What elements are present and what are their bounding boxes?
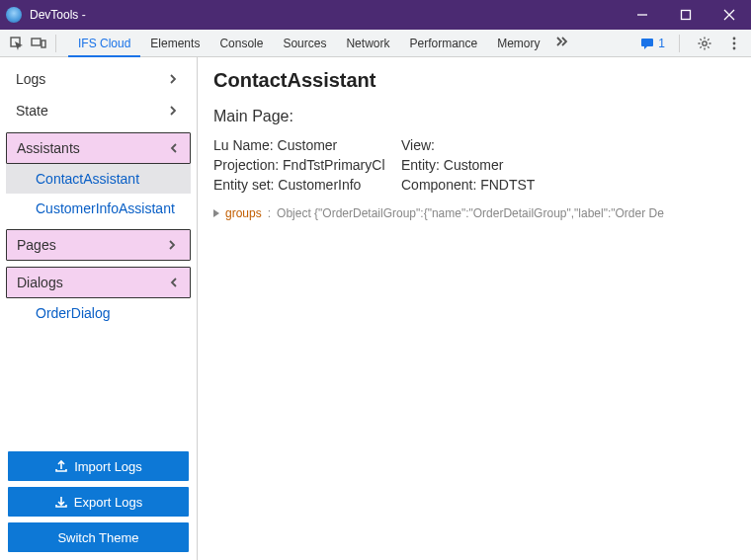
section-label: Assistants [17,140,80,156]
kv-component: Component: FNDTST [401,177,599,193]
section-logs[interactable]: Logs [6,63,191,95]
svg-rect-7 [641,39,653,46]
expand-key: groups [225,206,262,220]
svg-rect-1 [682,11,691,20]
devtools-tabs: IFS Cloud Elements Console Sources Netwo… [68,30,572,57]
window-maximize[interactable] [664,0,708,30]
sidebar-item-customerinfoassistant[interactable]: CustomerInfoAssistant [6,194,191,223]
expand-value: Object {"OrderDetailGroup":{"name":"Orde… [277,206,735,220]
kv-lu-name: Lu Name: Customer [213,137,401,153]
button-label: Import Logs [74,459,142,474]
section-dialogs[interactable]: Dialogs [6,267,191,298]
kebab-menu-icon[interactable] [723,33,745,54]
tab-network[interactable]: Network [336,30,399,57]
separator [55,35,56,52]
section-state[interactable]: State [6,95,191,126]
messages-indicator[interactable]: 1 [640,37,665,50]
sidebar: Logs State Assistants ContactAssistant C… [0,57,198,560]
svg-point-8 [703,40,707,44]
sidebar-item-contactassistant[interactable]: ContactAssistant [6,164,191,194]
switch-theme-button[interactable]: Switch Theme [8,522,189,552]
chrome-icon [6,7,22,23]
tab-elements[interactable]: Elements [140,30,209,57]
section-label: State [16,103,48,119]
inspect-icon[interactable] [6,33,28,54]
messages-count: 1 [658,37,665,50]
window-minimize[interactable] [621,0,664,30]
svg-point-9 [733,37,736,40]
kv-entity-set: Entity set: CustomerInfo [213,177,401,193]
svg-point-10 [733,41,736,44]
export-logs-button[interactable]: Export Logs [8,487,189,517]
import-logs-button[interactable]: Import Logs [8,451,189,481]
chevron-right-icon [167,104,181,118]
separator [679,35,680,52]
kv-entity: Entity: Customer [401,157,599,173]
button-label: Export Logs [74,495,142,510]
details-grid: Lu Name: Customer View: Projection: FndT… [213,137,735,193]
sidebar-item-orderdialog[interactable]: OrderDialog [6,298,191,328]
settings-gear-icon[interactable] [694,33,715,54]
svg-rect-5 [32,39,41,45]
chevron-right-icon [166,238,180,252]
window-titlebar: DevTools - [0,0,751,30]
chevron-down-icon [166,276,180,289]
button-label: Switch Theme [57,530,138,545]
page-subtitle: Main Page: [213,108,735,125]
device-toggle-icon[interactable] [28,33,49,54]
tab-sources[interactable]: Sources [273,30,336,57]
more-tabs-icon[interactable] [550,30,572,51]
section-label: Logs [16,71,45,87]
groups-expand-row[interactable]: groups: Object {"OrderDetailGroup":{"nam… [213,206,735,220]
section-assistants[interactable]: Assistants [6,132,191,164]
chevron-down-icon [166,141,180,155]
tab-performance[interactable]: Performance [399,30,487,57]
chevron-right-icon [167,72,181,86]
triangle-right-icon[interactable] [213,209,219,217]
kv-view: View: [401,137,599,153]
svg-rect-6 [42,40,45,47]
tab-ifs-cloud[interactable]: IFS Cloud [68,30,140,57]
page-title: ContactAssistant [213,69,735,92]
section-label: Pages [17,237,56,253]
window-title: DevTools - [30,8,86,22]
window-close[interactable] [708,0,751,30]
kv-projection: Projection: FndTstPrimaryCl [213,157,401,173]
content-pane: ContactAssistant Main Page: Lu Name: Cus… [198,57,751,560]
tab-memory[interactable]: Memory [487,30,549,57]
svg-point-11 [733,46,736,49]
devtools-toolbar: IFS Cloud Elements Console Sources Netwo… [0,30,751,57]
section-label: Dialogs [17,275,63,290]
tab-console[interactable]: Console [209,30,273,57]
section-pages[interactable]: Pages [6,229,191,261]
